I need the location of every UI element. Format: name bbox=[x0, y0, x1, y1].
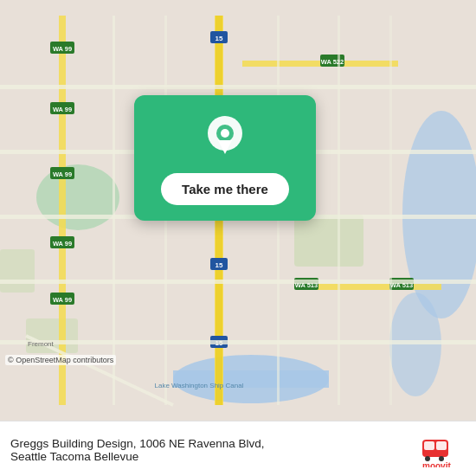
svg-text:15: 15 bbox=[215, 35, 223, 42]
svg-text:15: 15 bbox=[215, 261, 223, 269]
svg-text:WA 99: WA 99 bbox=[53, 45, 72, 53]
osm-credit: © OpenStreetMap contributors bbox=[5, 355, 116, 365]
svg-rect-57 bbox=[436, 441, 447, 450]
svg-point-53 bbox=[221, 129, 229, 138]
svg-point-3 bbox=[36, 164, 119, 230]
svg-rect-19 bbox=[59, 16, 66, 405]
svg-text:Lake Washington Ship Canal: Lake Washington Ship Canal bbox=[155, 382, 244, 389]
address-line2: Seattle Tacoma Bellevue bbox=[10, 450, 412, 463]
svg-text:WA 99: WA 99 bbox=[53, 170, 72, 178]
svg-rect-46 bbox=[338, 16, 340, 405]
app-container: 15 15 15 15 WA 99 WA 99 WA 99 WA 99 WA 9… bbox=[0, 0, 476, 476]
info-bar: Greggs Building Design, 1006 NE Ravenna … bbox=[0, 421, 476, 476]
address-line1: Greggs Building Design, 1006 NE Ravenna … bbox=[10, 437, 412, 450]
svg-rect-41 bbox=[0, 280, 476, 284]
svg-text:moovit: moovit bbox=[422, 461, 451, 467]
svg-rect-6 bbox=[294, 215, 363, 267]
svg-text:WA 99: WA 99 bbox=[53, 106, 72, 113]
moovit-logo: moovit bbox=[421, 433, 466, 467]
map-area: 15 15 15 15 WA 99 WA 99 WA 99 WA 99 WA 9… bbox=[0, 0, 476, 421]
svg-text:WA 99: WA 99 bbox=[53, 296, 72, 304]
svg-text:WA 522: WA 522 bbox=[321, 58, 344, 66]
svg-rect-43 bbox=[113, 16, 115, 405]
moovit-logo-svg: moovit bbox=[421, 433, 466, 467]
svg-rect-42 bbox=[0, 340, 476, 344]
svg-text:Fremont: Fremont bbox=[28, 340, 55, 348]
svg-text:WA 99: WA 99 bbox=[53, 240, 72, 248]
address-block: Greggs Building Design, 1006 NE Ravenna … bbox=[10, 437, 412, 463]
svg-rect-38 bbox=[0, 85, 476, 89]
svg-rect-8 bbox=[0, 249, 35, 293]
svg-rect-47 bbox=[389, 16, 392, 405]
map-pin-icon bbox=[203, 114, 248, 159]
svg-rect-33 bbox=[303, 284, 441, 290]
take-me-there-button[interactable]: Take me there bbox=[161, 173, 289, 205]
svg-rect-56 bbox=[424, 441, 434, 450]
location-card: Take me there bbox=[134, 95, 316, 221]
